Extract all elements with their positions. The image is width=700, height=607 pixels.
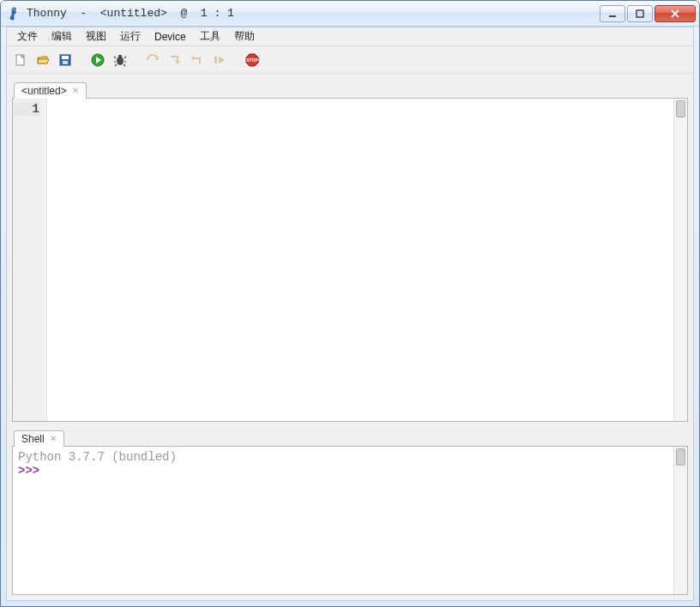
shell-tabstrip: Shell ✕ [12,427,688,446]
tab-label: Shell [21,433,45,445]
shell-body: Python 3.7.7 (bundled) >>> [12,446,688,595]
shell-output[interactable]: Python 3.7.7 (bundled) >>> [13,447,673,594]
menu-tools[interactable]: 工具 [193,27,227,45]
svg-rect-2 [637,10,643,17]
line-gutter: 1 [13,99,47,421]
menu-file[interactable]: 文件 [10,27,45,45]
tab-label: <untitled> [21,85,67,97]
window-frame: Thonny - <untitled> @ 1 : 1 文件 编辑 视图 运行 … [0,0,700,607]
code-editor[interactable] [47,99,673,421]
svg-point-0 [13,9,15,10]
editor-tabstrip: <untitled> ✕ [12,79,688,98]
menu-device[interactable]: Device [148,29,193,45]
svg-point-9 [118,54,122,57]
menubar: 文件 编辑 视图 运行 Device 工具 帮助 [7,27,693,46]
step-over-icon[interactable] [144,51,161,69]
svg-text:STOP: STOP [246,57,258,63]
shell-prompt: >>> [18,464,39,478]
titlebar[interactable]: Thonny - <untitled> @ 1 : 1 [1,1,699,27]
svg-rect-1 [609,15,616,17]
editor-scrollbar[interactable] [673,99,687,421]
menu-help[interactable]: 帮助 [227,27,262,45]
svg-rect-10 [214,57,217,63]
svg-rect-6 [63,61,68,64]
shell-panel: Shell ✕ Python 3.7.7 (bundled) >>> [12,427,688,595]
tab-untitled[interactable]: <untitled> ✕ [14,82,87,99]
debug-icon[interactable] [112,51,129,69]
step-into-icon[interactable] [166,51,184,69]
open-file-icon[interactable] [34,51,51,69]
editor-panel: <untitled> ✕ 1 [12,79,688,422]
minimize-button[interactable] [600,5,625,22]
maximize-button[interactable] [627,5,653,22]
editor-body: 1 [12,98,688,422]
app-icon [8,7,21,21]
menu-view[interactable]: 视图 [79,27,113,45]
close-button[interactable] [655,5,696,22]
line-number: 1 [13,102,39,116]
client-area: 文件 编辑 视图 运行 Device 工具 帮助 [6,27,694,601]
tab-shell[interactable]: Shell ✕ [14,430,64,447]
window-controls [600,5,696,22]
close-icon[interactable]: ✕ [72,87,79,95]
close-icon[interactable]: ✕ [50,435,57,443]
shell-scrollbar[interactable] [673,447,687,594]
resume-icon[interactable] [211,51,228,69]
step-out-icon[interactable] [189,51,206,69]
menu-run[interactable]: 运行 [113,27,148,45]
menu-edit[interactable]: 编辑 [45,27,79,45]
new-file-icon[interactable] [12,51,29,69]
shell-banner: Python 3.7.7 (bundled) [18,450,668,464]
toolbar: STOP [7,46,693,74]
svg-rect-5 [62,56,69,59]
save-icon[interactable] [57,51,74,69]
panels-area: <untitled> ✕ 1 Shell ✕ [7,74,693,600]
run-icon[interactable] [89,51,106,69]
stop-icon[interactable]: STOP [244,51,261,69]
window-title: Thonny - <untitled> @ 1 : 1 [27,7,234,20]
